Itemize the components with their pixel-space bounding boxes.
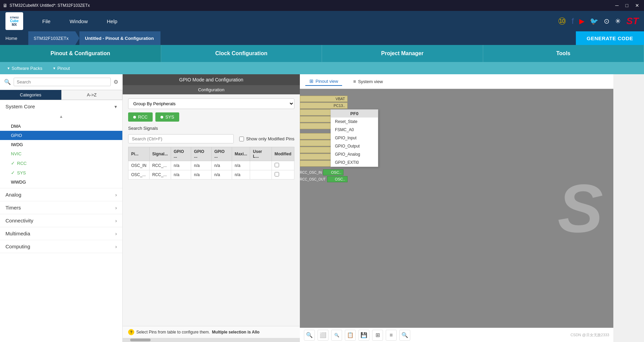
category-analog: Analog › — [0, 188, 122, 201]
cell-modified-2 — [272, 170, 294, 180]
pin-vbat[interactable]: VBAT — [300, 96, 348, 102]
pin-pc13[interactable]: PC13.. — [300, 103, 348, 109]
cell-maxi-1: n/a — [232, 161, 250, 170]
category-multimedia: Multimedia › — [0, 227, 122, 240]
sidebar-item-gpio[interactable]: GPIO — [0, 131, 122, 140]
st-watermark: S — [558, 169, 603, 248]
tooltip-item-gpio-analog[interactable]: GPIO_Analog — [331, 150, 378, 158]
menu-items: File Window Help — [40, 17, 120, 26]
category-header-timers[interactable]: Timers › — [0, 201, 122, 214]
breadcrumb-page[interactable]: Untitled - Pinout & Configuration — [79, 31, 160, 45]
gear-icon[interactable]: ⚙ — [113, 79, 118, 85]
sidebar-item-wwdg[interactable]: WWDG — [0, 177, 122, 187]
pin-rcc-osc-in[interactable]: OSC.. — [323, 169, 343, 175]
scrollbar-thumb[interactable] — [130, 339, 151, 341]
watermark-text: CSDN @旦女无敌2333 — [570, 332, 609, 338]
save-view-button[interactable]: 💾 — [358, 330, 369, 341]
config-tab-sys[interactable]: SYS — [155, 112, 179, 122]
menu-help[interactable]: Help — [104, 17, 120, 26]
sidebar-item-iwdg[interactable]: IWDG — [0, 140, 122, 149]
close-button[interactable]: ✕ — [633, 2, 641, 9]
software-packs-arrow: ▼ — [7, 66, 10, 70]
tooltip-item-reset[interactable]: Reset_State — [331, 118, 378, 126]
pinout-view-tab[interactable]: ⊞ Pinout view — [305, 77, 342, 86]
search-view-button[interactable]: 🔍 — [399, 330, 410, 341]
breadcrumb-home[interactable]: Home — [0, 31, 24, 45]
cell-gpio3-2: n/a — [212, 170, 232, 180]
list-button[interactable]: ≡ — [386, 330, 397, 341]
fit-view-button[interactable]: ⬜ — [318, 330, 328, 341]
tooltip-item-gpio-input[interactable]: GPIO_Input — [331, 134, 378, 142]
col-pin[interactable]: Pi... — [128, 147, 150, 161]
col-signal[interactable]: Signal... — [149, 147, 171, 161]
modified-checkbox-2[interactable] — [275, 172, 279, 176]
sub-tab-software-packs[interactable]: ▼ Software Packs — [7, 66, 42, 71]
system-view-icon: ≡ — [353, 79, 356, 84]
table-row[interactable]: OSC_... RCC_... n/a n/a n/a n/a — [128, 170, 294, 180]
tab-pinout-configuration[interactable]: Pinout & Configuration — [0, 45, 161, 62]
menu-window[interactable]: Window — [67, 17, 90, 26]
pinout-view-icon: ⊞ — [309, 78, 313, 84]
sidebar-item-rcc[interactable]: ✓ RCC — [0, 158, 122, 168]
sys-tab-dot — [160, 116, 163, 119]
config-tab-rcc[interactable]: RCC — [128, 112, 153, 122]
zoom-in-button[interactable]: 🔍 — [304, 330, 315, 341]
twitter-icon[interactable]: 🐦 — [590, 17, 598, 25]
horizontal-scrollbar[interactable] — [123, 338, 300, 342]
maximize-button[interactable]: □ — [624, 2, 630, 9]
modified-checkbox-1[interactable] — [275, 163, 279, 167]
chevron-right-icon-connectivity: › — [115, 218, 117, 223]
tab-categories[interactable]: Categories — [0, 90, 61, 100]
table-row[interactable]: OSC_IN RCC_... n/a n/a n/a n/a — [128, 161, 294, 170]
dma-label: DMA — [11, 124, 21, 129]
category-header-analog[interactable]: Analog › — [0, 188, 122, 201]
sidebar-item-dma[interactable]: DMA — [0, 122, 122, 131]
status-text-bold: Multiple selection is Allo — [212, 330, 260, 335]
tab-clock-configuration[interactable]: Clock Configuration — [161, 45, 322, 62]
tooltip-item-gpio-exti0[interactable]: GPIO_EXTI0 — [331, 158, 378, 167]
youtube-icon[interactable]: ▶ — [579, 17, 584, 25]
copy-button[interactable]: 📋 — [345, 330, 356, 341]
col-gpio1[interactable]: GPIO ... — [171, 147, 191, 161]
category-header-connectivity[interactable]: Connectivity › — [0, 214, 122, 227]
pin-rcc-osc-out[interactable]: OSC.. — [327, 176, 348, 182]
search-icon: 🔍 — [4, 79, 11, 85]
cell-pin-2: OSC_... — [128, 170, 150, 180]
system-view-tab[interactable]: ≡ System view — [349, 77, 387, 86]
category-header-multimedia[interactable]: Multimedia › — [0, 227, 122, 240]
tooltip-item-gpio-output[interactable]: GPIO_Output — [331, 142, 378, 150]
titlebar-text: STM32CubeMX Untitled*: STM32F103ZETx — [10, 3, 90, 8]
tab-tools[interactable]: Tools — [483, 45, 644, 62]
col-modified[interactable]: Modified — [272, 147, 294, 161]
facebook-icon[interactable]: f — [572, 16, 574, 26]
main-panel: GPIO Mode and Configuration Configuratio… — [123, 74, 300, 342]
grid-button[interactable]: ⊞ — [372, 330, 383, 341]
signal-search-input[interactable] — [128, 134, 234, 143]
show-modified-checkbox[interactable] — [239, 137, 244, 141]
network-icon[interactable]: ✳ — [615, 17, 621, 25]
category-header-computing[interactable]: Computing › — [0, 240, 122, 253]
category-header-system-core[interactable]: System Core ▾ — [0, 100, 122, 113]
minimize-button[interactable]: ─ — [613, 2, 621, 9]
breadcrumb-device[interactable]: STM32F103ZETx — [28, 31, 76, 45]
group-by-select[interactable]: Group By Peripherals — [128, 98, 294, 109]
scroll-up-arrow[interactable]: ▲ — [59, 114, 63, 119]
col-gpio2[interactable]: GPIO ... — [191, 147, 212, 161]
menu-file[interactable]: File — [40, 17, 53, 26]
tab-az[interactable]: A->Z — [61, 90, 123, 100]
sidebar-item-nvic[interactable]: NVIC — [0, 149, 122, 158]
sub-tab-pinout[interactable]: ▼ Pinout — [52, 66, 70, 71]
rcc-check-icon: ✓ — [11, 160, 15, 166]
github-icon[interactable]: ⊙ — [604, 17, 610, 25]
generate-code-button[interactable]: GENERATE CODE — [576, 31, 644, 45]
col-user[interactable]: User L... — [250, 147, 272, 161]
zoom-out-button[interactable]: 🔍 — [331, 330, 342, 341]
sidebar-item-sys[interactable]: ✓ SYS — [0, 168, 122, 177]
search-input[interactable] — [14, 78, 111, 86]
tooltip-item-fsmc[interactable]: FSMC_A0 — [331, 126, 378, 134]
tab-project-manager[interactable]: Project Manager — [322, 45, 483, 62]
status-bar: ? Select Pins from table to configure th… — [123, 326, 300, 338]
col-gpio3[interactable]: GPIO ... — [212, 147, 232, 161]
col-maxi[interactable]: Maxi... — [232, 147, 250, 161]
titlebar-title: 🖥 STM32CubeMX Untitled*: STM32F103ZETx — [3, 3, 90, 8]
